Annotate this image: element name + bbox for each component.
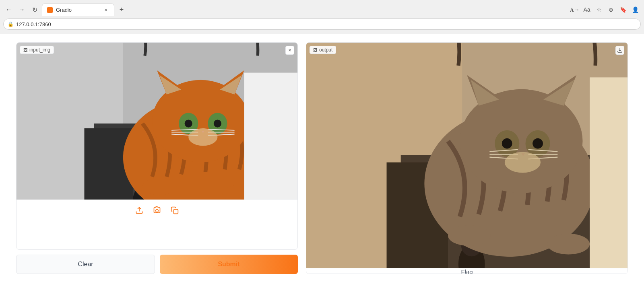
svg-rect-59: [590, 77, 627, 268]
profile-button[interactable]: 👤: [630, 4, 641, 15]
svg-point-48: [533, 138, 543, 149]
output-cat-image: [306, 43, 627, 268]
svg-rect-27: [244, 73, 297, 200]
immersive-reader-button[interactable]: Aа: [581, 4, 592, 15]
collections-button[interactable]: 🔖: [617, 4, 629, 15]
read-aloud-button[interactable]: 𝐀→: [569, 4, 580, 15]
output-label-text: output: [319, 47, 332, 53]
clear-button[interactable]: Clear: [16, 255, 155, 274]
svg-point-57: [448, 225, 491, 246]
output-image-icon: 🖼: [313, 47, 318, 52]
input-label: 🖼 input_img: [20, 46, 54, 54]
security-icon: 🔒: [8, 21, 14, 27]
image-toolbar: [17, 200, 297, 220]
active-tab[interactable]: Gradio ×: [42, 3, 114, 16]
tab-close-button[interactable]: ×: [103, 7, 109, 13]
submit-button[interactable]: Submit: [160, 255, 298, 274]
forward-button[interactable]: →: [16, 4, 27, 15]
svg-point-58: [547, 234, 590, 255]
svg-point-46: [502, 138, 512, 149]
browser-chrome: ← → ↻ Gradio × + 𝐀→ Aа ☆ ⊕ 🔖 👤 🔒 127.0.0…: [0, 0, 644, 34]
camera-button[interactable]: [151, 204, 163, 217]
tab-bar: ← → ↻ Gradio × + 𝐀→ Aа ☆ ⊕ 🔖 👤: [0, 0, 644, 16]
svg-point-40: [460, 89, 582, 193]
page-content: 🖼 input_img ×: [0, 34, 644, 282]
upload-button[interactable]: [133, 204, 146, 217]
close-image-button[interactable]: ×: [285, 46, 294, 55]
favorites-button[interactable]: ☆: [593, 4, 605, 15]
browser-essentials-button[interactable]: ⊕: [605, 4, 617, 15]
svg-rect-30: [174, 210, 178, 214]
svg-point-24: [188, 128, 217, 146]
flag-button[interactable]: Flag: [461, 268, 473, 274]
back-button[interactable]: ←: [3, 4, 14, 15]
favicon: [47, 7, 53, 13]
right-panel: 🖼 output: [306, 42, 628, 274]
input-cat-image: [17, 43, 297, 200]
svg-point-16: [214, 119, 221, 127]
output-image-wrapper: 🖼 output: [306, 43, 627, 268]
input-image-container: 🖼 input_img ×: [16, 42, 298, 250]
download-button[interactable]: [615, 46, 624, 55]
svg-point-56: [505, 152, 541, 173]
url-display[interactable]: 127.0.0.1:7860: [16, 21, 51, 27]
svg-point-29: [156, 210, 159, 212]
tab-title: Gradio: [56, 7, 72, 13]
address-bar: 🔒 127.0.0.1:7860: [0, 16, 644, 34]
new-tab-button[interactable]: +: [116, 4, 127, 15]
svg-point-14: [185, 119, 192, 127]
input-label-text: input_img: [29, 47, 50, 53]
image-icon: 🖼: [23, 47, 28, 52]
svg-point-25: [142, 178, 176, 195]
flag-bar: Flag: [306, 268, 627, 274]
left-panel: 🖼 input_img ×: [16, 42, 298, 274]
output-label: 🖼 output: [310, 46, 336, 54]
refresh-button[interactable]: ↻: [29, 4, 40, 15]
action-buttons: Clear Submit: [16, 255, 298, 274]
clipboard-button[interactable]: [168, 204, 181, 217]
